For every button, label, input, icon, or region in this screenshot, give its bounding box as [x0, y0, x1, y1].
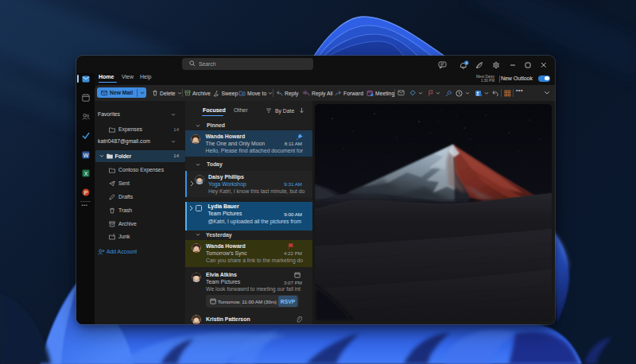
svg-text:P: P	[83, 189, 87, 195]
svg-text:X: X	[83, 171, 87, 176]
svg-text:W: W	[83, 153, 88, 158]
